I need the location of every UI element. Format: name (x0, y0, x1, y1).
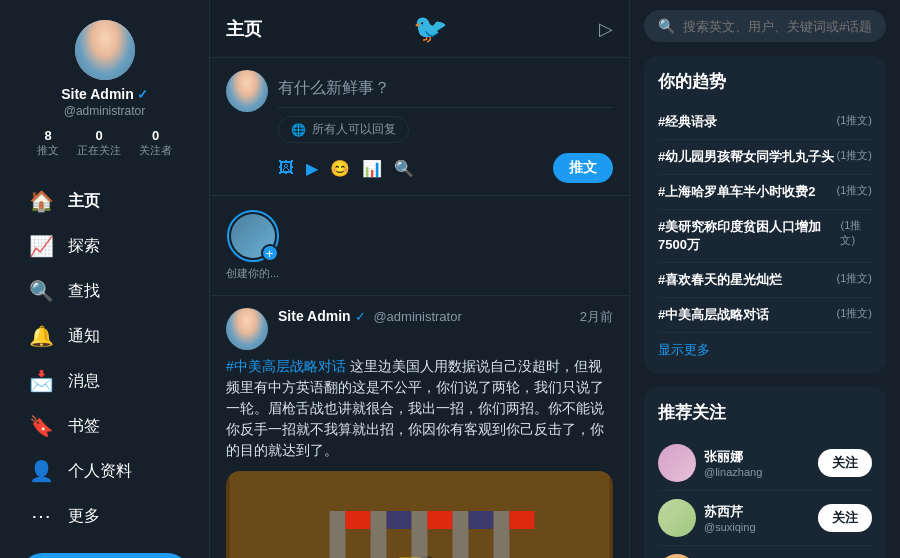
find-icon: 🔍 (28, 279, 54, 303)
compose-avatar (226, 70, 268, 112)
follow-user-3: 黄徐冰 @huangxubing (658, 554, 778, 558)
trend-item-5[interactable]: #喜欢春天的星光灿烂 (1推文) (658, 263, 872, 298)
more-icon: ⋯ (28, 504, 54, 528)
meeting-scene: Ea (226, 471, 613, 558)
follow-item-1: 张丽娜 @linazhang 关注 (658, 436, 872, 491)
tweet-button[interactable]: 推文 (20, 553, 190, 558)
right-sidebar: 🔍 你的趋势 #经典语录 (1推文) #幼儿园男孩帮女同学扎丸子头 (1推文) … (630, 0, 900, 558)
suggestions-title: 推荐关注 (658, 401, 872, 424)
svg-rect-19 (453, 511, 469, 558)
nav-item-profile[interactable]: 👤 个人资料 (8, 449, 201, 493)
profile-handle: @administrator (64, 104, 146, 118)
poll-icon[interactable]: 📊 (362, 159, 382, 178)
image-icon[interactable]: 🖼 (278, 159, 294, 178)
stat-followers: 0 关注者 (139, 128, 172, 158)
profile-icon: 👤 (28, 459, 54, 483)
svg-rect-17 (412, 511, 428, 558)
compose-box: 有什么新鲜事？ 🌐 所有人可以回复 🖼 ▶ 😊 📊 🔍 推文 (210, 58, 629, 196)
stories-row: + 创建你的... (210, 196, 629, 296)
emoji-icon[interactable]: 😊 (330, 159, 350, 178)
search-input[interactable] (683, 19, 872, 34)
compose-right: 有什么新鲜事？ 🌐 所有人可以回复 🖼 ▶ 😊 📊 🔍 推文 (278, 70, 613, 183)
story-add-icon: + (261, 244, 279, 262)
avatar[interactable] (75, 20, 135, 80)
nav-item-bookmarks[interactable]: 🔖 书签 (8, 404, 201, 448)
location-icon[interactable]: 🔍 (394, 159, 414, 178)
compose-placeholder[interactable]: 有什么新鲜事？ (278, 70, 613, 108)
follow-item-2: 苏西芹 @suxiqing 关注 (658, 491, 872, 546)
search-icon: 🔍 (658, 18, 675, 34)
nav-item-explore[interactable]: 📈 探索 (8, 224, 201, 268)
profile-name: Site Admin ✓ (61, 86, 148, 102)
tweet-avatar-1 (226, 308, 268, 350)
follow-user-2: 苏西芹 @suxiqing (658, 499, 756, 537)
trend-item-2[interactable]: #幼儿园男孩帮女同学扎丸子头 (1推文) (658, 140, 872, 175)
profile-area: Site Admin ✓ @administrator 8 推文 0 正在关注 … (0, 10, 209, 172)
verified-badge: ✓ (137, 87, 148, 102)
send-icon[interactable]: ▷ (599, 18, 613, 40)
tweet-verified-1: ✓ (355, 309, 366, 324)
svg-rect-21 (494, 511, 510, 558)
feed-header: 主页 🐦 ▷ (210, 0, 629, 58)
tweet-image-1: Ea (226, 471, 613, 558)
nav-item-more[interactable]: ⋯ 更多 (8, 494, 201, 538)
compose-tweet-button[interactable]: 推文 (553, 153, 613, 183)
svg-rect-15 (371, 511, 387, 558)
trends-title: 你的趋势 (658, 70, 872, 93)
profile-stats: 8 推文 0 正在关注 0 关注者 (37, 128, 172, 158)
follow-info-2: 苏西芹 @suxiqing (704, 503, 756, 533)
globe-icon: 🌐 (291, 123, 306, 137)
tweet-handle-1: @administrator (373, 309, 461, 324)
nav-item-find[interactable]: 🔍 查找 (8, 269, 201, 313)
feed-title: 主页 (226, 17, 262, 41)
svg-rect-22 (510, 511, 535, 529)
compose-tools: 🖼 ▶ 😊 📊 🔍 推文 (278, 153, 613, 183)
scene-svg (226, 471, 613, 558)
follow-avatar-2 (658, 499, 696, 537)
follow-user-1: 张丽娜 @linazhang (658, 444, 762, 482)
compose-icons: 🖼 ▶ 😊 📊 🔍 (278, 159, 414, 178)
bookmarks-icon: 🔖 (28, 414, 54, 438)
suggestions-widget: 推荐关注 张丽娜 @linazhang 关注 苏西芹 @suxiqing 关注 (644, 387, 886, 558)
trend-item-6[interactable]: #中美高层战略对话 (1推文) (658, 298, 872, 333)
tweet-username-1: Site Admin (278, 308, 351, 324)
follow-item-3: 黄徐冰 @huangxubing 关注 (658, 546, 872, 558)
messages-icon: 📩 (28, 369, 54, 393)
home-icon: 🏠 (28, 189, 54, 213)
svg-rect-18 (428, 511, 453, 529)
story-create[interactable]: + 创建你的... (226, 210, 279, 281)
story-ring: + (227, 210, 279, 262)
follow-button-1[interactable]: 关注 (818, 449, 872, 477)
nav-item-home[interactable]: 🏠 主页 (8, 179, 201, 223)
svg-rect-20 (469, 511, 494, 529)
tweet-header: Site Admin ✓ @administrator 2月前 (226, 308, 613, 350)
trend-item-4[interactable]: #美研究称印度贫困人口增加7500万 (1推文) (658, 210, 872, 263)
avatar-image (75, 20, 135, 80)
explore-icon: 📈 (28, 234, 54, 258)
stat-following: 0 正在关注 (77, 128, 121, 158)
gif-icon[interactable]: ▶ (306, 159, 318, 178)
compose-privacy[interactable]: 🌐 所有人可以回复 (278, 116, 409, 143)
follow-button-2[interactable]: 关注 (818, 504, 872, 532)
trends-show-more[interactable]: 显示更多 (658, 333, 872, 359)
follow-avatar-1 (658, 444, 696, 482)
svg-rect-16 (387, 511, 412, 529)
nav-item-notifications[interactable]: 🔔 通知 (8, 314, 201, 358)
nav-menu: 🏠 主页 📈 探索 🔍 查找 🔔 通知 📩 消息 🔖 书签 👤 个人资料 ⋯ (0, 178, 209, 539)
svg-rect-14 (346, 511, 371, 529)
svg-rect-13 (330, 511, 346, 558)
nav-item-messages[interactable]: 📩 消息 (8, 359, 201, 403)
tweet-card-1: Site Admin ✓ @administrator 2月前 #中美高层战略对… (210, 296, 629, 558)
tweet-date-1: 2月前 (580, 308, 613, 326)
tweet-user-info-1: Site Admin ✓ @administrator 2月前 (278, 308, 613, 326)
follow-info-1: 张丽娜 @linazhang (704, 448, 762, 478)
search-bar[interactable]: 🔍 (644, 10, 886, 42)
trend-item-1[interactable]: #经典语录 (1推文) (658, 105, 872, 140)
stat-tweets: 8 推文 (37, 128, 59, 158)
trends-widget: 你的趋势 #经典语录 (1推文) #幼儿园男孩帮女同学扎丸子头 (1推文) #上… (644, 56, 886, 373)
main-feed: 主页 🐦 ▷ 有什么新鲜事？ 🌐 所有人可以回复 🖼 ▶ 😊 📊 🔍 (210, 0, 630, 558)
trend-item-3[interactable]: #上海哈罗单车半小时收费2 (1推文) (658, 175, 872, 210)
tweet-text-1: #中美高层战略对话 这里边美国人用数据说自己没超时，但视频里有中方英语翻的这是不… (226, 356, 613, 461)
twitter-logo: 🐦 (413, 12, 448, 45)
bell-icon: 🔔 (28, 324, 54, 348)
